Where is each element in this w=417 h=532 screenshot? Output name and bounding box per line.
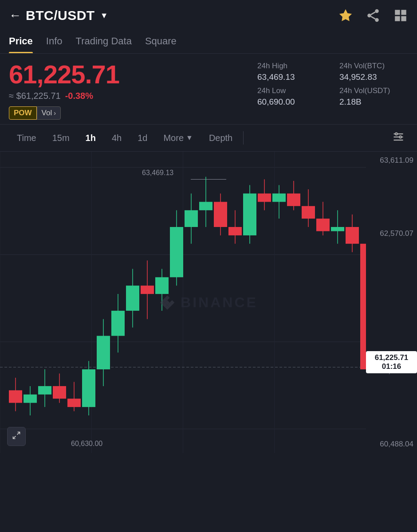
stat-24h-vol-btc: 24h Vol(BTC) 34,952.83 — [339, 62, 408, 82]
chart-price-labels: 63,611.09 62,570.07 61,529.06 60,488.04 — [366, 152, 417, 453]
main-price: 61,225.71 — [9, 62, 257, 87]
svg-rect-6 — [401, 10, 406, 15]
stat-24h-low: 24h Low 60,690.00 — [257, 86, 326, 107]
svg-rect-8 — [401, 16, 406, 21]
grid-icon[interactable] — [393, 8, 408, 23]
svg-point-0 — [375, 9, 379, 13]
price-tags: POW Vol › — [9, 106, 257, 120]
stat-24h-vol-btc-value: 34,952.83 — [339, 72, 408, 82]
ctrl-15m[interactable]: 15m — [44, 127, 78, 149]
svg-line-4 — [371, 12, 375, 15]
stat-24h-high: 24h High 63,469.13 — [257, 62, 326, 82]
pair-title: BTC/USDT — [26, 8, 95, 23]
ctrl-more-label: More — [163, 133, 184, 143]
price-usd: ≈ $61,225.71 — [9, 91, 61, 101]
tag-pow[interactable]: POW — [9, 106, 37, 120]
chart-controls: Time 15m 1h 4h 1d More ▼ Depth — [0, 124, 417, 152]
chart-price-label-top: 63,611.09 — [370, 156, 413, 165]
header: ← BTC/USDT ▼ — [0, 0, 417, 29]
tabs-bar: Price Info Trading Data Square — [0, 29, 417, 54]
tab-trading-data[interactable]: Trading Data — [76, 29, 132, 53]
stat-24h-low-label: 24h Low — [257, 86, 326, 95]
chart-price-label-2: 62,570.07 — [370, 229, 413, 238]
price-stats: 24h High 63,469.13 24h Vol(BTC) 34,952.8… — [257, 62, 408, 107]
current-price-time: 01:16 — [370, 362, 413, 371]
current-price-box: 61,225.71 01:16 — [366, 351, 417, 373]
vol-chevron-icon: › — [54, 110, 56, 117]
stat-24h-high-value: 63,469.13 — [257, 72, 326, 82]
stat-24h-vol-btc-label: 24h Vol(BTC) — [339, 62, 408, 70]
current-price-value: 61,225.71 — [370, 353, 413, 362]
stat-24h-vol-usdt-label: 24h Vol(USDT) — [339, 86, 408, 95]
ctrl-4h[interactable]: 4h — [104, 127, 130, 149]
ctrl-1d[interactable]: 1d — [130, 127, 155, 149]
tab-info[interactable]: Info — [46, 29, 63, 53]
watermark-text: BINANCE — [181, 294, 258, 311]
stat-24h-low-value: 60,690.00 — [257, 97, 326, 107]
ctrl-more[interactable]: More ▼ — [155, 127, 201, 149]
fullscreen-button[interactable] — [7, 427, 26, 446]
back-button[interactable]: ← — [9, 8, 21, 23]
ctrl-time[interactable]: Time — [9, 127, 44, 149]
stat-24h-high-label: 24h High — [257, 62, 326, 70]
ctrl-1h[interactable]: 1h — [78, 127, 104, 149]
stat-24h-vol-usdt: 24h Vol(USDT) 2.18B — [339, 86, 408, 107]
svg-point-13 — [399, 136, 401, 138]
price-change: -0.38% — [65, 91, 93, 101]
svg-point-2 — [375, 18, 379, 22]
header-left: ← BTC/USDT ▼ — [9, 8, 108, 23]
svg-line-3 — [371, 16, 375, 19]
chart-bottom-price-label: 60,630.00 — [71, 440, 102, 448]
stat-24h-vol-usdt-value: 2.18B — [339, 97, 408, 107]
header-right — [338, 8, 408, 23]
ctrl-depth[interactable]: Depth — [201, 127, 240, 149]
tag-vol[interactable]: Vol › — [37, 106, 61, 120]
binance-watermark: BINANCE — [159, 294, 258, 311]
chart-container[interactable]: 63,611.09 62,570.07 61,529.06 60,488.04 … — [0, 152, 417, 453]
tab-square[interactable]: Square — [145, 29, 177, 53]
ctrl-settings-button[interactable] — [389, 125, 408, 151]
favorite-icon[interactable] — [338, 8, 353, 23]
price-usd-row: ≈ $61,225.71 -0.38% — [9, 91, 257, 101]
svg-point-12 — [395, 133, 397, 135]
price-section: 61,225.71 ≈ $61,225.71 -0.38% POW Vol › … — [0, 54, 417, 124]
chart-price-label-bottom: 60,488.04 — [370, 440, 413, 449]
tab-price[interactable]: Price — [9, 29, 33, 53]
svg-point-1 — [367, 14, 371, 18]
svg-line-22 — [17, 432, 20, 435]
ctrl-more-chevron-icon: ▼ — [186, 134, 193, 142]
svg-line-23 — [13, 436, 16, 439]
share-icon[interactable] — [366, 8, 381, 23]
svg-rect-5 — [395, 10, 400, 15]
pair-dropdown-icon[interactable]: ▼ — [100, 11, 108, 20]
ctrl-divider — [243, 131, 244, 145]
svg-rect-7 — [395, 16, 400, 21]
price-left: 61,225.71 ≈ $61,225.71 -0.38% POW Vol › — [9, 62, 257, 120]
